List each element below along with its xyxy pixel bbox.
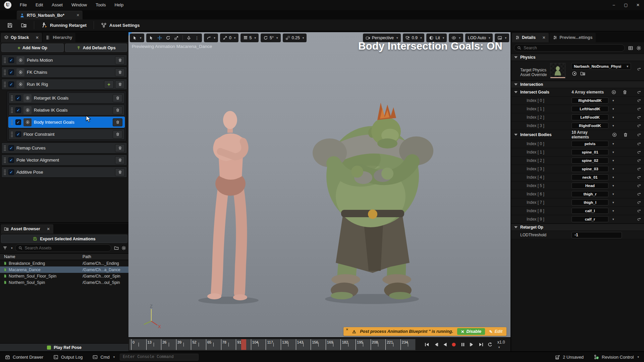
reset-property-button[interactable] — [634, 192, 644, 196]
intersect-body-value[interactable]: calf_l — [572, 208, 608, 214]
delete-op-button[interactable] — [113, 130, 122, 138]
reset-property-button[interactable] — [634, 107, 644, 111]
chevron-down-icon[interactable]: ▾ — [612, 159, 614, 162]
physics-asset-thumbnail[interactable] — [550, 63, 566, 78]
op-enabled-checkbox[interactable]: ✓ — [8, 169, 14, 175]
intersect-goal-value[interactable]: RightFootIK — [572, 123, 608, 129]
add-new-op-button[interactable]: +Add New Op — [1, 44, 64, 52]
op-row-remap-curves[interactable]: ✓Remap Curves — [1, 142, 127, 154]
delete-op-button[interactable] — [115, 68, 125, 76]
delete-op-button[interactable] — [115, 144, 125, 152]
play-reverse-button[interactable] — [442, 341, 448, 348]
asset-row-northern-soul-floor-spin[interactable]: Northern_Soul_Floor_Spin/Game/Ch...oor_S… — [0, 273, 128, 279]
reset-property-button[interactable] — [634, 124, 644, 128]
more-options-icon[interactable]: ⋮ — [195, 36, 199, 41]
scale-snap-dropdown[interactable]: 0.25▾ — [283, 34, 307, 42]
op-enabled-checkbox[interactable]: ✓ — [15, 95, 21, 101]
warning-close-icon[interactable]: ✕ — [346, 328, 348, 331]
unsaved-button[interactable]: 2 Unsaved — [550, 355, 589, 360]
intersect-body-value[interactable]: spine_02 — [572, 158, 608, 164]
op-enabled-checkbox[interactable]: ✓ — [15, 119, 21, 125]
record-button[interactable] — [450, 341, 457, 348]
scale-tool-icon[interactable] — [174, 36, 179, 40]
op-enabled-checkbox[interactable]: ✓ — [8, 145, 14, 151]
add-default-ops-button[interactable]: Add Default Ops — [65, 44, 127, 52]
step-backward-button[interactable] — [433, 341, 439, 348]
menu-tools[interactable]: Tools — [91, 0, 110, 10]
save-button[interactable] — [3, 20, 16, 30]
intersect-body-value[interactable]: spine_03 — [572, 166, 608, 172]
reset-property-button[interactable] — [634, 200, 644, 205]
running-retarget-button[interactable]: Running Retarget — [38, 20, 90, 30]
drag-handle[interactable] — [11, 95, 13, 101]
asset-search-input[interactable] — [25, 246, 108, 250]
intersect-body-value[interactable]: pelvis — [572, 141, 608, 147]
add-child-op-button[interactable]: + — [104, 80, 114, 88]
filter-icon[interactable] — [2, 246, 8, 250]
timeline-playhead[interactable] — [241, 339, 246, 350]
intersect-body-value[interactable]: spine_01 — [572, 149, 608, 155]
delete-op-button[interactable] — [113, 94, 122, 102]
intersect-goals-header[interactable]: Intersect Goals 4 Array elements — [511, 88, 644, 97]
delete-op-button[interactable] — [113, 106, 122, 114]
tab-close-icon[interactable]: ✕ — [542, 36, 545, 40]
reset-property-button[interactable] — [634, 67, 644, 71]
chevron-down-icon[interactable]: ▾ — [612, 209, 614, 213]
section-retarget-op[interactable]: Retarget Op — [511, 224, 644, 231]
menu-edit[interactable]: Edit — [31, 0, 47, 10]
delete-op-button[interactable] — [115, 156, 125, 164]
rotation-snap-dropdown[interactable]: 5°▾ — [261, 34, 280, 42]
add-array-element-button[interactable] — [611, 90, 616, 95]
drag-handle[interactable] — [11, 107, 13, 113]
revision-control-button[interactable]: Revision Control ▾ — [589, 354, 644, 360]
translate-tool-icon[interactable] — [157, 36, 162, 40]
chevron-down-icon[interactable]: ▾ — [612, 184, 614, 187]
op-row-floor-constraint[interactable]: ✓Floor Constraint — [8, 129, 125, 140]
chevron-down-icon[interactable]: ▾ — [612, 116, 614, 119]
playback-speed[interactable]: x1.0 ▾ — [497, 340, 508, 349]
op-enabled-checkbox[interactable]: ✓ — [8, 69, 14, 75]
intersect-body-value[interactable]: thigh_l — [572, 199, 608, 205]
reset-property-button[interactable] — [634, 133, 644, 137]
viewport[interactable]: ▾ ⋮ ▾ 0▾ 5▾ — [128, 32, 511, 337]
tab-close-icon[interactable]: ✕ — [36, 36, 39, 40]
column-path[interactable]: Path — [80, 254, 128, 259]
asset-search-box[interactable] — [15, 244, 111, 252]
browse-to-asset-icon[interactable] — [580, 71, 585, 76]
asset-row-macarena-dance[interactable]: Macarena_Dance/Game/Ch...a_Dance — [0, 266, 128, 273]
intersect-body-value[interactable]: calf_r — [572, 216, 608, 222]
reset-property-button[interactable] — [634, 217, 644, 222]
reset-property-button[interactable] — [634, 175, 644, 180]
gear-icon[interactable] — [121, 246, 126, 250]
delete-op-button[interactable] — [115, 56, 125, 64]
physics-asset-dropdown[interactable]: Narbash_NoDrums_Physi ▾ — [571, 63, 631, 70]
close-window-icon[interactable]: ✕ — [632, 0, 644, 10]
export-selected-animations-button[interactable]: Export Selected Animations — [1, 235, 127, 243]
details-search-input[interactable] — [524, 46, 622, 50]
maximize-window-icon[interactable]: ▢ — [620, 0, 632, 10]
chevron-down-icon[interactable]: ▾ — [612, 167, 614, 171]
intersect-body-value[interactable]: neck_01 — [572, 174, 608, 180]
column-name[interactable]: Name — [0, 254, 80, 259]
op-row-relative-ik-goals[interactable]: ✓Relative IK Goals — [8, 105, 125, 116]
op-row-pole-vector-alignment[interactable]: ✓Pole Vector Alignment — [1, 155, 127, 166]
filter-chevron-icon[interactable]: ▾ — [11, 246, 13, 250]
tab-close-icon[interactable]: ✕ — [76, 13, 79, 17]
drag-handle[interactable] — [4, 145, 6, 151]
tab-close-icon[interactable]: ✕ — [47, 227, 50, 231]
delete-op-button[interactable] — [115, 168, 125, 176]
display-filter-icon[interactable] — [628, 46, 633, 51]
drag-handle[interactable] — [4, 169, 6, 175]
reset-property-button[interactable] — [634, 90, 644, 95]
asset-settings-button[interactable]: Asset Settings — [97, 20, 143, 30]
lod-threshold-input[interactable]: -1 — [572, 232, 622, 238]
tab-preview-settings[interactable]: Preview...ettings — [549, 33, 596, 42]
drag-handle[interactable] — [11, 131, 13, 137]
op-row-retarget-ik-goals[interactable]: ✓Retarget IK Goals — [8, 93, 125, 104]
reset-property-button[interactable] — [634, 99, 644, 103]
op-enabled-checkbox[interactable]: ✓ — [8, 57, 14, 63]
intersect-goal-value[interactable]: LeftFootIK — [572, 114, 608, 120]
op-enabled-checkbox[interactable]: ✓ — [15, 131, 21, 137]
intersect-goal-value[interactable]: LeftHandIK — [572, 106, 608, 112]
drag-handle[interactable] — [4, 157, 6, 163]
